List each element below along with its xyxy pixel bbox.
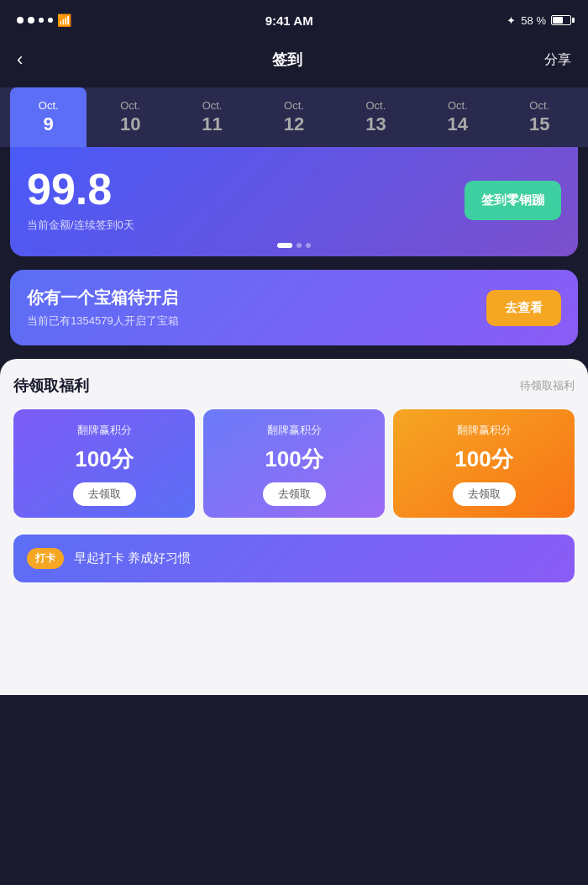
date-item-15[interactable]: Oct. 15 <box>501 87 578 147</box>
date-item-9[interactable]: Oct. 9 <box>10 87 87 147</box>
date-item-10[interactable]: Oct. 10 <box>92 87 168 147</box>
card-dot-2 <box>297 243 302 248</box>
bottom-banner: 打卡 早起打卡 养成好习惯 <box>13 535 575 582</box>
section-title: 待领取福利 <box>13 376 89 396</box>
status-left: 📶 <box>17 13 71 27</box>
battery-icon <box>551 15 571 25</box>
date-month: Oct. <box>529 99 549 112</box>
card-pagination <box>277 243 311 248</box>
status-time: 9:41 AM <box>265 13 313 28</box>
date-day: 14 <box>448 113 468 135</box>
treasure-info: 你有一个宝箱待开启 当前已有1354579人开启了宝箱 <box>27 287 179 329</box>
card-dot-3 <box>306 243 311 248</box>
section-more[interactable]: 待领取福利 <box>520 378 575 393</box>
date-day: 12 <box>284 113 304 135</box>
reward-card-1: 翻牌赢积分 100分 去领取 <box>203 409 385 518</box>
reward-claim-btn-0[interactable]: 去领取 <box>73 482 136 506</box>
reward-card-2: 翻牌赢积分 100分 去领取 <box>393 409 575 518</box>
amount-label: 当前金额/连续签到0天 <box>27 218 134 233</box>
reward-card-0: 翻牌赢积分 100分 去领取 <box>13 409 195 518</box>
date-day: 9 <box>44 113 54 135</box>
date-month: Oct. <box>365 99 386 112</box>
white-content-area: 待领取福利 待领取福利 翻牌赢积分 100分 去领取 翻牌赢积分 100分 去领… <box>0 359 588 695</box>
battery-fill <box>553 17 563 24</box>
card-amount-section: 99.8 当前金额/连续签到0天 <box>27 167 134 233</box>
bottom-banner-badge: 打卡 <box>27 548 64 569</box>
date-item-11[interactable]: Oct. 11 <box>174 87 250 147</box>
signal-dot-3 <box>39 18 44 23</box>
bluetooth-icon: ✦ <box>507 14 516 27</box>
date-day: 11 <box>202 113 222 135</box>
reward-card-title-2: 翻牌赢积分 <box>457 423 512 438</box>
date-item-14[interactable]: Oct. 14 <box>419 87 496 147</box>
date-month: Oct. <box>448 99 468 112</box>
status-right: ✦ 58 % <box>507 14 571 27</box>
date-strip-container: Oct. 9 Oct. 10 Oct. 11 Oct. 12 Oct. 13 O… <box>0 87 588 147</box>
reward-card-title-0: 翻牌赢积分 <box>77 423 132 438</box>
wifi-icon: 📶 <box>57 13 71 27</box>
date-month: Oct. <box>39 99 59 112</box>
section-header: 待领取福利 待领取福利 <box>13 376 575 396</box>
treasure-title: 你有一个宝箱待开启 <box>27 287 179 309</box>
treasure-banner: 你有一个宝箱待开启 当前已有1354579人开启了宝箱 去查看 <box>10 270 578 345</box>
reward-card-value-1: 100分 <box>265 445 323 474</box>
signal-dot-4 <box>48 18 53 23</box>
back-button[interactable]: ‹ <box>17 45 29 74</box>
page-title: 签到 <box>272 50 302 70</box>
status-bar: 📶 9:41 AM ✦ 58 % <box>0 0 588 37</box>
reward-card-value-2: 100分 <box>454 445 512 474</box>
date-month: Oct. <box>120 99 140 112</box>
battery-percent: 58 % <box>521 14 546 27</box>
date-item-13[interactable]: Oct. 13 <box>338 87 414 147</box>
amount-value: 99.8 <box>27 167 134 211</box>
date-month: Oct. <box>202 99 223 112</box>
date-month: Oct. <box>284 99 304 112</box>
date-day: 15 <box>529 113 549 135</box>
date-day: 13 <box>365 113 386 135</box>
page-header: ‹ 签到 分享 <box>0 37 588 87</box>
reward-claim-btn-1[interactable]: 去领取 <box>263 482 326 506</box>
date-day: 10 <box>120 113 140 135</box>
reward-claim-btn-2[interactable]: 去领取 <box>453 482 516 506</box>
signal-dot-1 <box>17 17 24 24</box>
reward-card-value-0: 100分 <box>75 445 133 474</box>
main-card: 99.8 当前金额/连续签到0天 签到零钢蹦 <box>10 147 578 256</box>
reward-cards: 翻牌赢积分 100分 去领取 翻牌赢积分 100分 去领取 翻牌赢积分 100分… <box>13 409 575 518</box>
share-button[interactable]: 分享 <box>544 51 571 69</box>
view-treasure-button[interactable]: 去查看 <box>486 290 561 326</box>
treasure-subtitle: 当前已有1354579人开启了宝箱 <box>27 313 179 329</box>
checkin-button[interactable]: 签到零钢蹦 <box>465 181 561 220</box>
date-strip: Oct. 9 Oct. 10 Oct. 11 Oct. 12 Oct. 13 O… <box>0 87 588 147</box>
reward-card-title-1: 翻牌赢积分 <box>267 423 322 438</box>
signal-dot-2 <box>28 17 34 24</box>
card-dot-1 <box>277 243 292 248</box>
date-item-12[interactable]: Oct. 12 <box>255 87 332 147</box>
bottom-banner-text: 早起打卡 养成好习惯 <box>74 550 191 566</box>
